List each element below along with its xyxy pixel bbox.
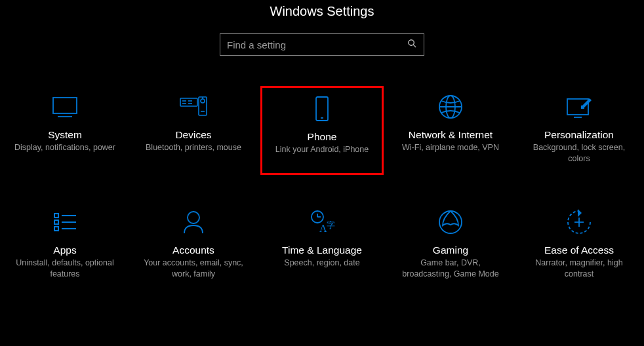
tile-system[interactable]: System Display, notifications, power — [3, 86, 127, 175]
tile-title: Devices — [136, 129, 251, 141]
tile-personalization[interactable]: Personalization Background, lock screen,… — [517, 86, 641, 175]
page-title: Windows Settings — [0, 4, 644, 19]
tile-subtitle: Display, notifications, power — [7, 142, 123, 153]
svg-rect-23 — [54, 220, 58, 224]
tile-phone[interactable]: Phone Link your Android, iPhone — [260, 86, 384, 175]
tile-title: Accounts — [136, 244, 251, 256]
system-icon — [7, 91, 123, 123]
svg-rect-13 — [316, 97, 328, 121]
tile-subtitle: Your accounts, email, sync, work, family — [136, 258, 251, 280]
svg-line-1 — [413, 45, 416, 47]
tile-title: Apps — [7, 244, 123, 256]
tile-title: Ease of Access — [521, 244, 637, 256]
search-icon — [407, 39, 417, 51]
tile-subtitle: Bluetooth, printers, mouse — [136, 142, 251, 153]
devices-icon — [136, 91, 251, 123]
search-input[interactable] — [227, 39, 397, 50]
apps-icon — [7, 206, 123, 238]
tile-apps[interactable]: Apps Uninstall, defaults, optional featu… — [3, 201, 127, 290]
tile-title: Network & Internet — [393, 129, 508, 141]
tile-subtitle: Wi-Fi, airplane mode, VPN — [393, 142, 508, 153]
tile-title: System — [7, 129, 123, 141]
svg-point-27 — [188, 212, 199, 223]
svg-rect-21 — [54, 214, 58, 218]
svg-rect-18 — [567, 99, 588, 115]
svg-point-10 — [201, 99, 205, 103]
svg-rect-20 — [581, 106, 584, 109]
tile-subtitle: Narrator, magnifier, high contrast — [521, 258, 637, 280]
accounts-icon — [136, 206, 251, 238]
tile-subtitle: Uninstall, defaults, optional features — [7, 258, 123, 280]
globe-icon — [393, 91, 508, 123]
svg-rect-2 — [53, 98, 77, 113]
svg-text:字: 字 — [327, 220, 335, 230]
tile-subtitle: Background, lock screen, colors — [521, 142, 637, 164]
svg-marker-34 — [578, 209, 582, 217]
tile-subtitle: Game bar, DVR, broadcasting, Game Mode — [393, 258, 508, 280]
svg-rect-25 — [54, 227, 58, 231]
search-box[interactable] — [220, 33, 424, 56]
tile-accounts[interactable]: Accounts Your accounts, email, sync, wor… — [132, 201, 255, 290]
settings-grid: System Display, notifications, power Dev… — [0, 86, 644, 290]
tile-subtitle: Link your Android, iPhone — [266, 144, 378, 155]
svg-rect-9 — [199, 97, 207, 115]
svg-rect-4 — [180, 98, 197, 106]
tile-title: Phone — [266, 131, 378, 143]
phone-icon — [266, 93, 378, 125]
personalization-icon — [521, 91, 637, 123]
tile-ease-of-access[interactable]: Ease of Access Narrator, magnifier, high… — [517, 201, 641, 290]
tile-network[interactable]: Network & Internet Wi-Fi, airplane mode,… — [389, 86, 512, 175]
tile-title: Personalization — [521, 129, 637, 141]
tile-subtitle: Speech, region, date — [264, 258, 380, 269]
svg-point-0 — [409, 39, 414, 45]
gaming-icon — [393, 206, 508, 238]
time-language-icon: A 字 — [264, 206, 380, 238]
tile-title: Gaming — [393, 244, 508, 256]
ease-of-access-icon — [521, 206, 637, 238]
tile-title: Time & Language — [264, 244, 380, 256]
tile-devices[interactable]: Devices Bluetooth, printers, mouse — [132, 86, 255, 175]
tile-gaming[interactable]: Gaming Game bar, DVR, broadcasting, Game… — [389, 201, 512, 290]
tile-time-language[interactable]: A 字 Time & Language Speech, region, date — [260, 201, 384, 290]
